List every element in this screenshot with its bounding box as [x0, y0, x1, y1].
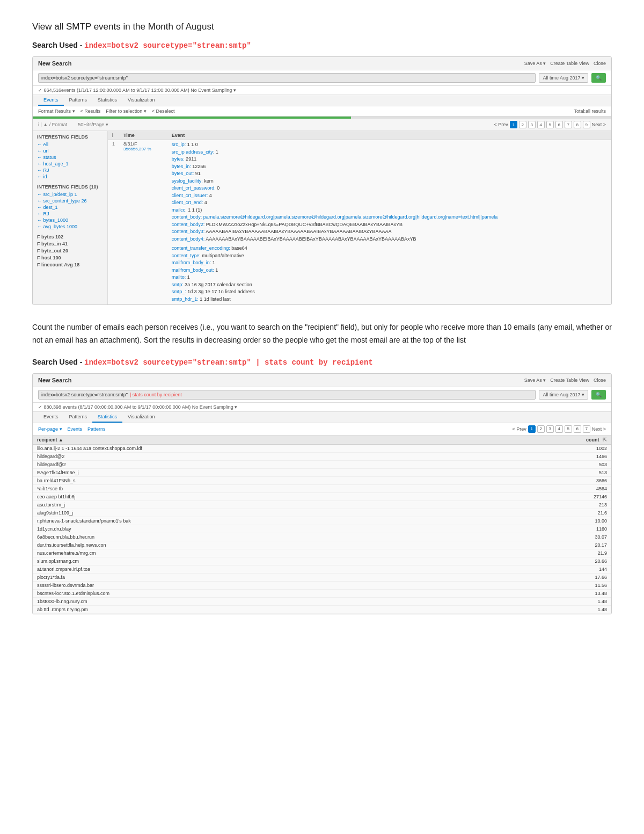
sidebar-item-src-ip[interactable]: ← src_ip/dest_ip 1	[37, 191, 103, 198]
page-btn-6[interactable]: 6	[555, 121, 563, 128]
zoom-label-1: i | ▲ / Format	[38, 122, 67, 127]
recipient-cell: nus.certemehatre.s/mrg.cm	[33, 549, 438, 557]
events-2[interactable]: Events	[68, 426, 83, 432]
sort-icon-recipient: ▲	[58, 437, 63, 443]
search-input-1[interactable]	[38, 73, 536, 83]
search-btn-2[interactable]: 🔍	[591, 390, 606, 400]
recipient-cell: ab ttd .rtmprs nry.ng.pm	[33, 605, 438, 613]
col-time[interactable]: Time	[119, 131, 167, 140]
splunk-sidebar-1: INTERESTING FIELDS ← All ← url ← status …	[33, 131, 108, 304]
tab-visualization-1[interactable]: Visualization	[122, 95, 160, 106]
page-btn-7[interactable]: 7	[565, 121, 572, 128]
recipient-cell: 6a8becunn.bla.bbu.her.run	[33, 533, 438, 541]
sidebar-fbytes-in-title: F bytes_in 41	[37, 241, 103, 246]
filter-1[interactable]: Filter to selection ▾	[106, 108, 147, 114]
events-table-1: i Time Event 1 8/31/F 356656,297 % src_i…	[108, 131, 611, 304]
table-row: *aib1*sce Ib 4564	[33, 484, 611, 492]
sidebar-item-rj[interactable]: ← RJ	[37, 167, 103, 173]
time-range-1[interactable]: All time Aug 2017 ▾	[539, 73, 588, 83]
prev-btn-1[interactable]: < Prev	[494, 122, 508, 127]
tab-statistics-1[interactable]: Statistics	[92, 95, 122, 106]
tab-patterns-1[interactable]: Patterns	[64, 95, 93, 106]
page-btn-2[interactable]: 2	[519, 121, 526, 128]
count-cell: 503	[438, 460, 611, 468]
page-btn-8[interactable]: 8	[574, 121, 581, 128]
prev-btn-2[interactable]: < Prev	[512, 426, 526, 432]
sidebar-item-avg-bytes[interactable]: ← avg_bytes 1000	[37, 223, 103, 230]
sidebar-item-rj2[interactable]: ← RJ	[37, 211, 103, 217]
count-cell: 1160	[438, 525, 611, 533]
page-btn-2-7[interactable]: 7	[583, 425, 590, 433]
count-cell: 144	[438, 565, 611, 573]
page-btn-9[interactable]: 9	[583, 121, 590, 128]
table-row: alag9stdrr1109_j 21.6	[33, 509, 611, 517]
sidebar-item-content-type[interactable]: ← src_content_type 26	[37, 198, 103, 204]
tab-events-1[interactable]: Events	[38, 95, 64, 106]
search-value-2[interactable]: index=botsv2 sourcetype="stream:smtp"	[41, 392, 128, 397]
page-btn-2-1[interactable]: 1	[528, 425, 536, 433]
sidebar-item-id[interactable]: ← id	[37, 173, 103, 180]
sidebar-item-all[interactable]: ← All	[37, 141, 103, 148]
page-btn-1-active[interactable]: 1	[510, 121, 517, 128]
page-btn-3[interactable]: 3	[528, 121, 536, 128]
page-btn-2-3[interactable]: 3	[546, 425, 554, 433]
table-row: hildegardf@2 503	[33, 460, 611, 468]
search-btn-1[interactable]: 🔍	[591, 73, 606, 83]
recipient-cell: ssssrri-lbsero.dsvrmda.bar	[33, 581, 438, 589]
recipient-cell: plocry1*tla.fa	[33, 573, 438, 581]
results-1[interactable]: < Results	[80, 108, 101, 114]
table-row: at.tanorl.cmpsre.iri.pf.toa 144	[33, 565, 611, 573]
info-bar-1: ✓ 664,516events (1/1/17 12:00:00.000 AM …	[33, 86, 611, 95]
col-count-header[interactable]: count ⇱	[438, 436, 611, 445]
tab-visualization-2[interactable]: Visualization	[122, 412, 160, 423]
tab-events-2[interactable]: Events	[38, 412, 64, 423]
page-btn-2-5[interactable]: 5	[565, 425, 572, 433]
close-btn-1[interactable]: Close	[594, 61, 606, 66]
per-page-2[interactable]: Per-page ▾	[38, 426, 62, 432]
tab-statistics-2[interactable]: Statistics	[92, 412, 122, 423]
splunk-header-2: New Search Save As ▾ Create Table View C…	[33, 374, 611, 387]
results-header-1: i | ▲ / Format 50Hits/Page ▾ < Prev 1 2 …	[33, 119, 611, 131]
splunk-toolbar-1: Format Results ▾ < Results Filter to sel…	[33, 106, 611, 117]
next-btn-2[interactable]: Next >	[592, 426, 606, 432]
tab-patterns-2[interactable]: Patterns	[64, 412, 93, 423]
count-cell: 3666	[438, 476, 611, 484]
time-range-2[interactable]: All time Aug 2017 ▾	[539, 390, 588, 400]
col-recipient-header[interactable]: recipient ▲	[33, 436, 438, 445]
results-table-2: recipient ▲ count ⇱ lilo.ana.lj-2 1 -1 1…	[33, 436, 611, 614]
recipient-cell: bscntes-locr.sto.1.etdmisplus.com	[33, 589, 438, 597]
next-btn-1[interactable]: Next >	[592, 122, 606, 127]
sidebar-flinecount-title: F linecount Avg 18	[37, 262, 103, 267]
create-table-view-btn-2[interactable]: Create Table View	[550, 378, 589, 383]
count-cell: 17.66	[438, 573, 611, 581]
sidebar-item-url[interactable]: ← url	[37, 148, 103, 154]
table-row: 1bst000-lb.nng.nury.cm 1.48	[33, 597, 611, 605]
count-cell: 10.00	[438, 517, 611, 525]
close-btn-2[interactable]: Close	[594, 378, 606, 383]
page-btn-4[interactable]: 4	[537, 121, 545, 128]
deselect-1[interactable]: < Deselect	[152, 108, 175, 114]
recipient-cell: 1bst000-lb.nng.nury.cm	[33, 597, 438, 605]
page-btn-2-6[interactable]: 6	[574, 425, 581, 433]
expand-icon[interactable]: ⇱	[603, 437, 607, 443]
recipient-cell: alag9stdrr1109_j	[33, 509, 438, 517]
sidebar-item-dest[interactable]: ← dest_1	[37, 204, 103, 211]
save-as-btn-2[interactable]: Save As ▾	[524, 378, 546, 383]
col-event[interactable]: Event	[167, 131, 611, 140]
page-btn-2-2[interactable]: 2	[537, 425, 545, 433]
sidebar-item-bytes[interactable]: ← bytes_1000	[37, 217, 103, 223]
search-query-1: index=botsv2 sourcetype="stream:smtp"	[84, 41, 251, 50]
splunk-tabs-2: Events Patterns Statistics Visualization	[33, 412, 611, 423]
page-btn-5[interactable]: 5	[546, 121, 554, 128]
sidebar-item-host-age[interactable]: ← host_age_1	[37, 161, 103, 167]
create-table-view-btn-1[interactable]: Create Table View	[550, 61, 589, 66]
format-results-1[interactable]: Format Results ▾	[38, 108, 75, 114]
sidebar-item-status[interactable]: ← status	[37, 154, 103, 161]
page-btn-2-4[interactable]: 4	[555, 425, 563, 433]
save-as-btn-1[interactable]: Save As ▾	[524, 61, 546, 66]
patterns-2[interactable]: Patterns	[87, 426, 106, 432]
recipient-cell: lilo.ana.lj-2 1 -1 1644 a1a context.shop…	[33, 444, 438, 452]
pagination-2: < Prev 1 2 3 4 5 6 7 Next >	[512, 425, 606, 433]
count-cell: 513	[438, 468, 611, 476]
sidebar-fbytes-out-title: F byte_out 20	[37, 248, 103, 253]
